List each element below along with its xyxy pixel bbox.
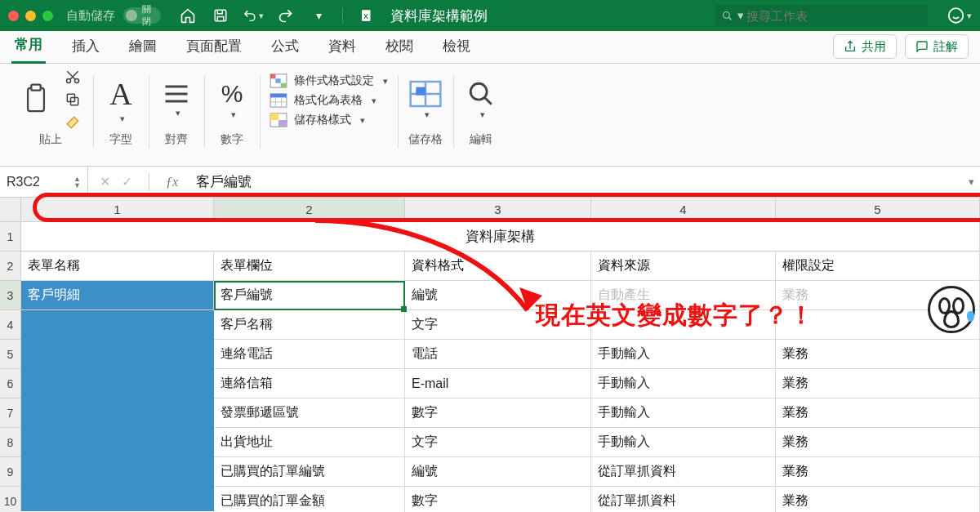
cell[interactable]: 出貨地址 <box>214 428 405 457</box>
cell[interactable]: 自動產生 <box>591 281 776 310</box>
close-icon[interactable] <box>8 11 19 21</box>
row-header[interactable]: 1 <box>0 222 20 252</box>
cell[interactable]: 權限設定 <box>776 252 980 281</box>
tab-review[interactable]: 校閱 <box>382 30 416 63</box>
window-controls <box>8 11 53 21</box>
font-button[interactable]: A▾ <box>103 75 139 124</box>
cell[interactable]: 從訂單抓資料 <box>591 487 776 512</box>
formula-input[interactable] <box>189 167 962 197</box>
search-field[interactable]: ▾ <box>715 5 928 26</box>
cut-icon[interactable] <box>62 68 83 86</box>
copy-icon[interactable] <box>62 91 83 109</box>
col-header[interactable]: 1 <box>21 198 214 221</box>
zoom-icon[interactable] <box>42 11 53 21</box>
cell[interactable]: 發票郵遞區號 <box>214 398 405 428</box>
comments-button[interactable]: 註解 <box>905 34 969 59</box>
cell[interactable] <box>591 310 776 340</box>
feedback-smiley-icon[interactable]: ▾ <box>947 3 972 28</box>
format-as-table-button[interactable]: 格式化為表格▾ <box>270 93 388 108</box>
format-painter-icon[interactable] <box>62 114 83 131</box>
row-header[interactable]: 6 <box>0 369 20 398</box>
name-box-stepper-icon[interactable]: ▲▼ <box>74 176 81 189</box>
cell[interactable]: 業務 <box>776 487 980 512</box>
row-header[interactable]: 2 <box>0 252 20 281</box>
col-header[interactable]: 2 <box>214 198 405 221</box>
select-all-corner[interactable] <box>0 198 20 222</box>
cell[interactable]: 表單欄位 <box>214 252 405 281</box>
row-header[interactable]: 8 <box>0 428 20 457</box>
table-row: 表單名稱 表單欄位 資料格式 資料來源 權限設定 <box>21 252 980 281</box>
cell[interactable]: 手動輸入 <box>591 340 776 369</box>
save-icon[interactable] <box>210 5 231 26</box>
cell[interactable]: 數字 <box>405 398 591 428</box>
cells-button[interactable]: ▾ <box>408 75 443 124</box>
minimize-icon[interactable] <box>25 11 36 21</box>
tab-home[interactable]: 常用 <box>11 29 46 64</box>
cell[interactable]: 從訂單抓資料 <box>591 457 776 487</box>
col-header[interactable]: 4 <box>591 198 776 221</box>
expand-formula-bar-icon[interactable]: ▾ <box>962 176 980 188</box>
sheet-title-cell[interactable]: 資料庫架構 <box>21 222 980 252</box>
cell[interactable]: 業務 <box>776 281 980 310</box>
cell[interactable]: 客戶明細 <box>21 281 214 310</box>
cell[interactable]: 客戶名稱 <box>214 310 405 340</box>
cell[interactable]: 業務 <box>776 398 980 428</box>
name-box[interactable]: R3C2 ▲▼ <box>0 167 88 197</box>
row-header[interactable]: 10 <box>0 487 20 512</box>
col-header[interactable]: 3 <box>405 198 591 221</box>
cell[interactable]: 數字 <box>405 487 591 512</box>
confirm-edit-icon[interactable]: ✓ <box>122 174 132 189</box>
cell[interactable]: E-mail <box>405 369 591 398</box>
cell[interactable]: 已購買的訂單金額 <box>214 487 405 512</box>
cell[interactable]: 電話 <box>405 340 591 369</box>
search-input[interactable] <box>746 9 921 23</box>
redo-icon[interactable] <box>275 5 296 26</box>
col-header[interactable]: 5 <box>776 198 980 221</box>
cell[interactable]: 客戶編號 <box>214 281 405 310</box>
row-header[interactable]: 3 <box>0 281 20 310</box>
cell[interactable]: 手動輸入 <box>591 369 776 398</box>
svg-point-8 <box>75 79 79 83</box>
tab-formulas[interactable]: 公式 <box>268 30 302 63</box>
tab-page-layout[interactable]: 頁面配置 <box>183 30 245 63</box>
autosave-toggle[interactable]: 關閉 <box>123 7 161 24</box>
cell[interactable]: 業務 <box>776 428 980 457</box>
cell[interactable]: 連絡信箱 <box>214 369 405 398</box>
fx-icon[interactable]: ƒx <box>166 175 178 189</box>
paste-button[interactable] <box>18 75 54 124</box>
qat-overflow-icon[interactable]: ▾ <box>308 5 329 26</box>
cell[interactable]: 資料來源 <box>591 252 776 281</box>
row-header[interactable]: 5 <box>0 340 20 369</box>
cancel-edit-icon[interactable]: ✕ <box>100 174 110 189</box>
cell[interactable]: 文字 <box>405 310 591 340</box>
home-icon[interactable] <box>177 5 198 26</box>
align-button[interactable]: ▾ <box>158 75 194 124</box>
cell[interactable]: 業務 <box>776 457 980 487</box>
undo-icon[interactable]: ▾ <box>243 5 264 26</box>
conditional-format-button[interactable]: 條件式格式設定▾ <box>270 73 388 88</box>
tab-data[interactable]: 資料 <box>325 30 359 63</box>
cell[interactable]: 文字 <box>405 428 591 457</box>
tab-insert[interactable]: 插入 <box>69 30 103 63</box>
cell[interactable]: 已購買的訂單編號 <box>214 457 405 487</box>
cell[interactable]: 手動輸入 <box>591 398 776 428</box>
number-button[interactable]: %▾ <box>214 75 250 124</box>
cell-styles-button[interactable]: 儲存格樣式▾ <box>270 113 388 127</box>
cell[interactable]: 業務 <box>776 369 980 398</box>
cell[interactable]: 連絡電話 <box>214 340 405 369</box>
cell[interactable]: 資料格式 <box>405 252 591 281</box>
row-header[interactable]: 9 <box>0 457 20 487</box>
cell[interactable]: 業務 <box>776 340 980 369</box>
tab-draw[interactable]: 繪圖 <box>126 30 160 63</box>
cell[interactable] <box>776 310 980 340</box>
row-header[interactable]: 4 <box>0 310 20 340</box>
grid[interactable]: 1 2 3 4 5 資料庫架構 表單名稱 表單欄位 資料格式 資料來源 權限設定… <box>21 198 980 512</box>
tab-view[interactable]: 檢視 <box>439 30 474 63</box>
row-header[interactable]: 7 <box>0 398 20 428</box>
cell[interactable]: 表單名稱 <box>21 252 214 281</box>
cell[interactable]: 編號 <box>405 457 591 487</box>
editing-button[interactable]: ▾ <box>463 75 499 124</box>
share-button[interactable]: 共用 <box>833 34 897 59</box>
cell[interactable]: 編號 <box>405 281 591 310</box>
cell[interactable]: 手動輸入 <box>591 428 776 457</box>
